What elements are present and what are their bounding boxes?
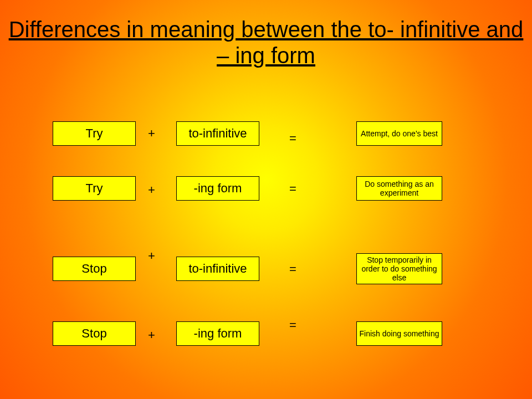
plus-symbol: + (148, 249, 155, 263)
meaning-box: Attempt, do one's best (356, 121, 442, 146)
form-box: to-infinitive (176, 257, 259, 281)
plus-symbol: + (148, 183, 155, 197)
meaning-box: Do something as an experiment (356, 176, 442, 201)
form-box: -ing form (176, 321, 259, 346)
slide-title: Differences in meaning between the to- i… (0, 17, 532, 69)
slide: Differences in meaning between the to- i… (0, 0, 532, 399)
equals-symbol: = (289, 131, 296, 146)
verb-box: Try (53, 176, 136, 201)
form-box: -ing form (176, 176, 259, 201)
equals-symbol: = (289, 262, 296, 277)
verb-box: Stop (53, 257, 136, 281)
equals-symbol: = (289, 318, 296, 332)
plus-symbol: + (148, 126, 155, 141)
verb-box: Try (53, 121, 136, 146)
equals-symbol: = (289, 182, 296, 196)
meaning-box: Stop temporarily in order to do somethin… (356, 253, 442, 284)
meaning-box: Finish doing something (356, 321, 442, 346)
verb-box: Stop (53, 321, 136, 346)
plus-symbol: + (148, 328, 155, 342)
form-box: to-infinitive (176, 121, 259, 146)
